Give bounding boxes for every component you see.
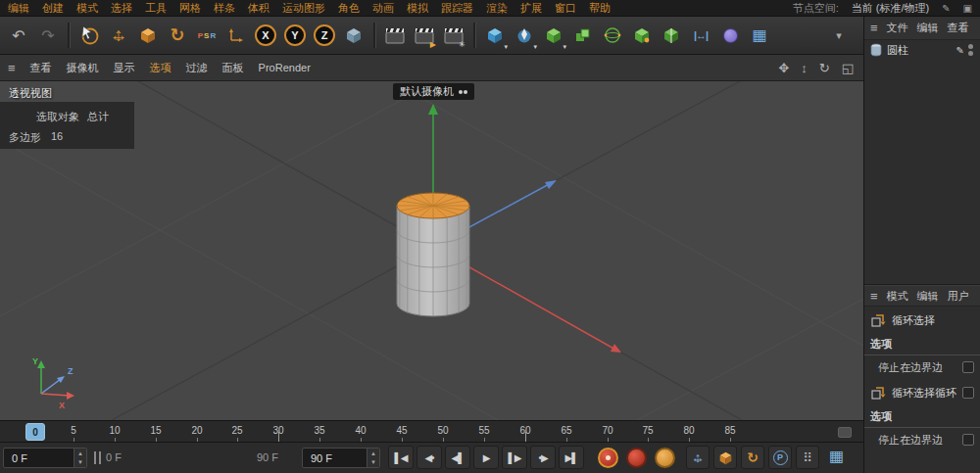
cylinder-object[interactable] — [397, 193, 469, 316]
am-menu-item[interactable]: 模式 — [887, 289, 908, 304]
autokey-button[interactable] — [626, 448, 647, 468]
viewport-menu-item[interactable]: 显示 — [114, 61, 135, 75]
timeline-scroll-handle[interactable] — [838, 427, 852, 438]
current-frame-marker[interactable]: 0 — [25, 423, 45, 441]
previous-key-button[interactable]: ◀• — [416, 446, 442, 469]
menubar-item[interactable]: 样条 — [214, 1, 235, 16]
go-to-end-button[interactable]: ▶▌ — [559, 446, 584, 469]
menubar-item[interactable]: 网格 — [179, 1, 201, 16]
frame-stepper[interactable]: ▲▼ — [367, 449, 379, 467]
cube-primitive-button[interactable]: ▾ — [481, 20, 509, 51]
attribute-manager-menu-icon[interactable]: ≡ — [870, 289, 878, 304]
menubar-item[interactable]: 帮助 — [589, 1, 611, 16]
coordinate-axes-tool[interactable] — [222, 20, 250, 51]
timeline-ruler[interactable]: 0 5 10 15 20 25 30 35 40 45 50 55 60 65 … — [0, 420, 863, 443]
visibility-dots[interactable] — [968, 44, 973, 56]
menubar-item[interactable]: 选择 — [111, 1, 132, 16]
spline-pen-tool[interactable]: ▾ — [511, 20, 538, 51]
menubar-item[interactable]: 动画 — [372, 1, 394, 16]
previous-frame-button[interactable]: ◀▌ — [445, 446, 470, 469]
om-menu-item[interactable]: 编辑 — [917, 21, 939, 35]
timeline-grid-icon[interactable]: ▦ — [829, 449, 844, 464]
x-axis-lock-button[interactable]: X — [252, 20, 279, 51]
orbit-view-icon[interactable]: ↻ — [819, 61, 830, 75]
edit-layout-icon[interactable]: ✎ — [942, 3, 950, 14]
record-parameter-toggle[interactable]: P — [768, 446, 792, 469]
move-tool[interactable]: ↔↕ — [105, 20, 132, 51]
node-space-selector[interactable]: 当前 (标准/物理) — [852, 1, 929, 16]
om-menu-item[interactable]: 文件 — [887, 21, 908, 35]
current-frame-input[interactable]: 0 F ▲▼ — [3, 448, 87, 468]
instance-generator-button[interactable] — [628, 20, 656, 51]
menubar-item[interactable]: 渲染 — [486, 1, 508, 16]
go-to-start-button[interactable]: ▌◀ — [388, 446, 414, 469]
record-rotation-toggle[interactable]: ↻ — [741, 446, 764, 469]
object-manager-list[interactable] — [864, 60, 980, 285]
pan-view-icon[interactable]: ✥ — [778, 61, 789, 75]
viewport-menu-item[interactable]: 面板 — [222, 61, 244, 75]
align-tool-button[interactable]: |↔| — [687, 20, 714, 51]
menubar-item[interactable]: 模拟 — [407, 1, 428, 16]
axis-gizmo[interactable]: Y Z X — [32, 356, 74, 410]
viewport-canvas[interactable]: Y Z X 透视视图 选取对象总计 多边形16 默认摄像机 — [0, 81, 863, 420]
psr-tool[interactable]: PSR — [193, 20, 220, 51]
undo-button[interactable]: ↶ — [5, 20, 32, 51]
menubar-item[interactable]: 运动图形 — [282, 1, 325, 16]
menubar-item[interactable]: 编辑 — [8, 1, 29, 16]
rotate-tool[interactable]: ↻ — [164, 20, 191, 51]
tool-header-loop-selection[interactable]: 循环选择 — [864, 307, 980, 334]
menubar-item[interactable]: 扩展 — [520, 1, 542, 16]
menubar-item[interactable]: 工具 — [145, 1, 167, 16]
menubar-item[interactable]: 窗口 — [555, 1, 576, 16]
loop-checkbox[interactable] — [962, 387, 974, 399]
viewport-menu-item[interactable]: 查看 — [30, 61, 52, 75]
record-keyframe-button[interactable] — [598, 448, 618, 468]
scale-tool[interactable] — [134, 20, 162, 51]
render-to-picture-viewer-button[interactable]: ▶ — [411, 20, 438, 51]
stop-at-boundary-checkbox[interactable] — [962, 361, 974, 373]
om-menu-item[interactable]: 查看 — [948, 21, 969, 35]
live-selection-tool[interactable] — [75, 20, 103, 51]
record-position-toggle[interactable]: ↔↕ — [686, 446, 710, 469]
array-generator-button[interactable] — [569, 20, 597, 51]
dolly-view-icon[interactable]: ↕ — [801, 61, 808, 75]
menubar-item[interactable]: 创建 — [42, 1, 64, 16]
stop-at-boundary-checkbox[interactable] — [962, 434, 974, 446]
render-view-button[interactable] — [381, 20, 409, 51]
object-list-item[interactable]: 圆柱 ✎ — [864, 40, 980, 60]
viewport-menu-icon[interactable]: ≡ — [8, 61, 16, 75]
menubar-item[interactable]: 模式 — [76, 1, 98, 16]
symmetry-generator-button[interactable] — [658, 20, 685, 51]
y-axis-lock-button[interactable]: Y — [281, 20, 309, 51]
z-axis-lock-button[interactable]: Z — [311, 20, 338, 51]
workspace-icon[interactable]: ▣ — [963, 3, 972, 14]
frame-stepper[interactable]: ▲▼ — [74, 449, 86, 467]
end-frame-input[interactable]: 90 F ▲▼ — [302, 448, 380, 468]
record-scale-toggle[interactable] — [713, 446, 737, 469]
edit-mode-icon[interactable]: ✎ — [956, 45, 964, 56]
am-menu-item[interactable]: 用户 — [948, 289, 969, 304]
object-manager-menu-icon[interactable]: ≡ — [870, 21, 878, 35]
subdivision-surface-button[interactable]: ▾ — [540, 20, 567, 51]
menubar-item[interactable]: 跟踪器 — [441, 1, 473, 16]
metaball-generator-button[interactable] — [599, 20, 626, 51]
menubar-item[interactable]: 体积 — [248, 1, 270, 16]
viewport-menu-item-active[interactable]: 选项 — [150, 61, 172, 75]
toggle-view-icon[interactable]: ◱ — [842, 61, 854, 75]
record-pla-toggle[interactable]: ⠿ — [796, 446, 819, 469]
camera-label-chip[interactable]: 默认摄像机 — [393, 83, 474, 100]
play-button[interactable]: ▶ — [473, 446, 499, 469]
viewport-menu-item[interactable]: ProRender — [259, 62, 311, 73]
coordinate-system-button[interactable] — [340, 20, 368, 51]
am-menu-item[interactable]: 编辑 — [917, 289, 939, 304]
viewport-menu-item[interactable]: 过滤 — [186, 61, 208, 75]
keyframe-selection-button[interactable] — [655, 448, 675, 468]
preview-range-start-handle[interactable] — [94, 451, 101, 464]
volume-builder-button[interactable] — [716, 20, 744, 51]
tool-header-loop-selection-2[interactable]: 循环选择循环 — [864, 379, 980, 406]
render-settings-button[interactable]: ✳ — [440, 20, 467, 51]
redo-button[interactable]: ↷ — [34, 20, 62, 51]
viewport-menu-item[interactable]: 摄像机 — [67, 61, 99, 75]
next-frame-button[interactable]: ▌▶ — [502, 446, 527, 469]
menubar-item[interactable]: 角色 — [338, 1, 360, 16]
